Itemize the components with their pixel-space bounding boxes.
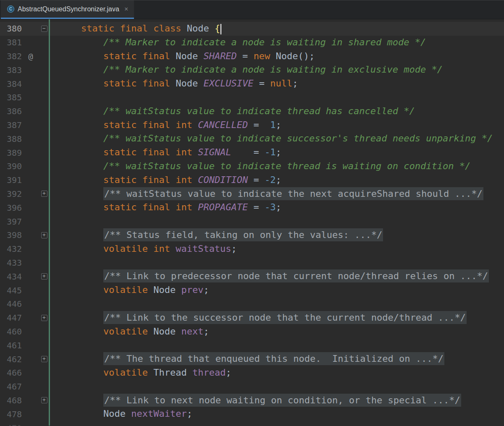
line-number[interactable]: 380: [0, 24, 24, 34]
code-line[interactable]: /** The thread that enqueued this node. …: [51, 352, 504, 366]
code-line[interactable]: static final int SIGNAL = -1;: [51, 146, 504, 159]
code-token: null: [270, 78, 292, 89]
folded-code-placeholder[interactable]: /** Link to the successor node that the …: [103, 311, 467, 324]
line-number[interactable]: 462: [0, 354, 24, 364]
editor-row: 462+ /** The thread that enqueued this n…: [0, 352, 504, 366]
line-number[interactable]: 385: [0, 92, 24, 102]
code-line[interactable]: /** Status field, taking on only the val…: [51, 228, 504, 242]
fold-collapsed-icon[interactable]: +: [41, 356, 47, 362]
code-token: ;: [276, 147, 281, 157]
code-token: prev: [181, 285, 203, 295]
code-line[interactable]: static final int CONDITION = -2;: [51, 173, 504, 187]
code-token: Node: [153, 326, 181, 337]
code-token: static final int: [103, 175, 198, 185]
fold-collapsed-icon[interactable]: +: [41, 191, 47, 197]
line-number[interactable]: 388: [0, 134, 24, 144]
folded-code-placeholder[interactable]: /** Status field, taking on only the val…: [103, 228, 383, 241]
code-line[interactable]: static final Node SHARED = new Node();: [51, 50, 504, 63]
line-number[interactable]: 445: [0, 285, 24, 295]
fold-collapsed-icon[interactable]: +: [41, 315, 47, 321]
line-number[interactable]: 387: [0, 120, 24, 130]
line-number[interactable]: 389: [0, 148, 24, 158]
code-line[interactable]: /** Link to next node waiting on conditi…: [51, 394, 504, 408]
line-number[interactable]: 433: [0, 258, 24, 268]
editor-row: 386 /** waitStatus value to indicate thr…: [0, 105, 504, 118]
code-token: Node: [153, 285, 181, 295]
code-line[interactable]: static final int CANCELLED = 1;: [51, 118, 504, 132]
code-line[interactable]: volatile int waitStatus;: [51, 242, 504, 256]
code-token: ;: [203, 326, 209, 337]
editor-row: 381 /** Marker to indicate a node is wai…: [0, 36, 504, 50]
folded-code-placeholder[interactable]: /** Link to predecessor node that curren…: [103, 269, 489, 282]
code-line[interactable]: /** waitStatus value to indicate the nex…: [51, 187, 504, 201]
line-number[interactable]: 386: [0, 106, 24, 116]
code-line[interactable]: static final Node EXCLUSIVE = null;: [51, 77, 504, 91]
code-token: ;: [203, 285, 209, 295]
line-number[interactable]: 461: [0, 340, 24, 350]
code-line[interactable]: volatile Node next;: [51, 325, 504, 339]
line-number[interactable]: 383: [0, 65, 24, 75]
code-token: [59, 120, 103, 130]
line-number[interactable]: 460: [0, 327, 24, 337]
line-number[interactable]: 396: [0, 203, 24, 213]
line-number[interactable]: 391: [0, 175, 24, 185]
editor-row: 466 volatile Thread thread;: [0, 366, 504, 380]
line-number[interactable]: 432: [0, 244, 24, 254]
code-token: [59, 37, 103, 47]
code-line[interactable]: /** Marker to indicate a node is waiting…: [51, 63, 504, 77]
fold-collapsed-icon[interactable]: +: [41, 397, 47, 403]
editor-row: 387 static final int CANCELLED = 1;: [0, 118, 504, 132]
fold-expanded-icon[interactable]: −: [41, 26, 47, 32]
line-number[interactable]: 390: [0, 161, 24, 171]
code-token: next: [181, 326, 203, 337]
code-line[interactable]: /** waitStatus value to indicate thread …: [51, 105, 504, 118]
code-line[interactable]: Node nextWaiter;: [51, 407, 504, 421]
code-token: =: [237, 51, 254, 61]
editor-row: 461: [0, 338, 504, 352]
code-line[interactable]: volatile Node prev;: [51, 283, 504, 297]
code-token: SIGNAL: [198, 147, 231, 157]
code-token: Thread: [153, 367, 192, 378]
tab-abstractqueuedsynchronizer[interactable]: C AbstractQueuedSynchronizer.java ×: [1, 0, 134, 19]
code-token: new: [254, 51, 276, 61]
code-token: [59, 23, 81, 34]
code-token: =: [231, 147, 265, 157]
line-number[interactable]: 392: [0, 189, 24, 199]
code-token: static final int: [103, 147, 198, 157]
code-line[interactable]: /** Link to the successor node that the …: [51, 311, 504, 325]
line-number[interactable]: 397: [0, 217, 24, 227]
code-line[interactable]: /** waitStatus value to indicate thread …: [51, 159, 504, 173]
code-line[interactable]: volatile Thread thread;: [51, 366, 504, 380]
line-number[interactable]: 382: [0, 51, 24, 61]
code-line[interactable]: /** Marker to indicate a node is waiting…: [51, 36, 504, 50]
line-number[interactable]: 479: [0, 423, 24, 426]
folded-code-placeholder[interactable]: /** waitStatus value to indicate the nex…: [103, 187, 483, 200]
line-number[interactable]: 434: [0, 272, 24, 282]
line-number[interactable]: 446: [0, 299, 24, 309]
code-token: [59, 312, 103, 323]
editor-rows: 380− static final class Node {381 /** Ma…: [0, 22, 504, 426]
line-number[interactable]: 467: [0, 382, 24, 392]
code-line[interactable]: /** waitStatus value to indicate success…: [51, 132, 504, 146]
line-number[interactable]: 478: [0, 409, 24, 419]
code-token: [59, 353, 103, 364]
code-line[interactable]: /** Link to predecessor node that curren…: [51, 269, 504, 283]
line-number[interactable]: 384: [0, 79, 24, 89]
code-line[interactable]: static final int PROPAGATE = -3;: [51, 201, 504, 214]
fold-collapsed-icon[interactable]: +: [41, 232, 47, 238]
folded-code-placeholder[interactable]: /** Link to next node waiting on conditi…: [103, 394, 461, 407]
line-number[interactable]: 466: [0, 368, 24, 378]
code-editor[interactable]: 380− static final class Node {381 /** Ma…: [0, 19, 504, 426]
line-number[interactable]: 468: [0, 395, 24, 405]
folded-code-placeholder[interactable]: /** The thread that enqueued this node. …: [103, 352, 444, 365]
close-icon[interactable]: ×: [124, 6, 128, 13]
code-token: EXCLUSIVE: [203, 78, 253, 89]
code-token: thread: [192, 367, 226, 378]
line-number[interactable]: 447: [0, 313, 24, 323]
editor-row: 388 /** waitStatus value to indicate suc…: [0, 132, 504, 146]
fold-collapsed-icon[interactable]: +: [41, 273, 47, 280]
line-number[interactable]: 398: [0, 230, 24, 240]
line-number[interactable]: 381: [0, 37, 24, 47]
code-line[interactable]: static final class Node {: [51, 22, 504, 36]
code-token: [59, 285, 103, 295]
